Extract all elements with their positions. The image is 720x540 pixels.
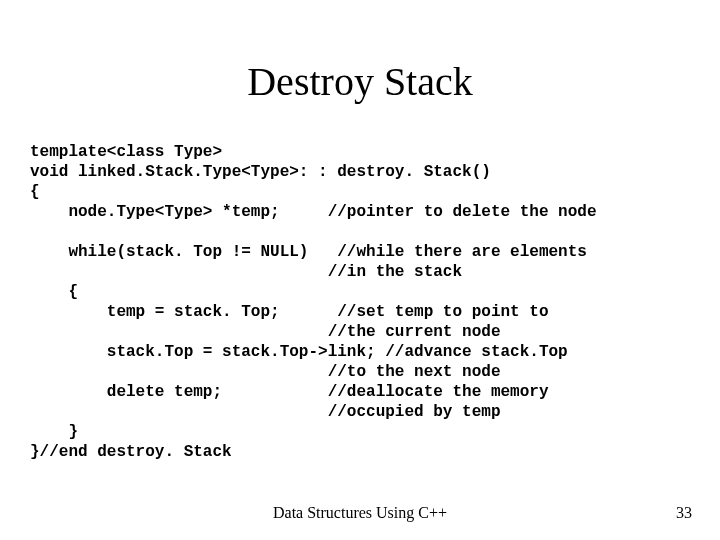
footer-text: Data Structures Using C++ (0, 504, 720, 522)
slide-title: Destroy Stack (0, 58, 720, 105)
slide: Destroy Stack template<class Type> void … (0, 0, 720, 540)
code-block: template<class Type> void linked.Stack.T… (30, 142, 690, 462)
page-number: 33 (676, 504, 692, 522)
